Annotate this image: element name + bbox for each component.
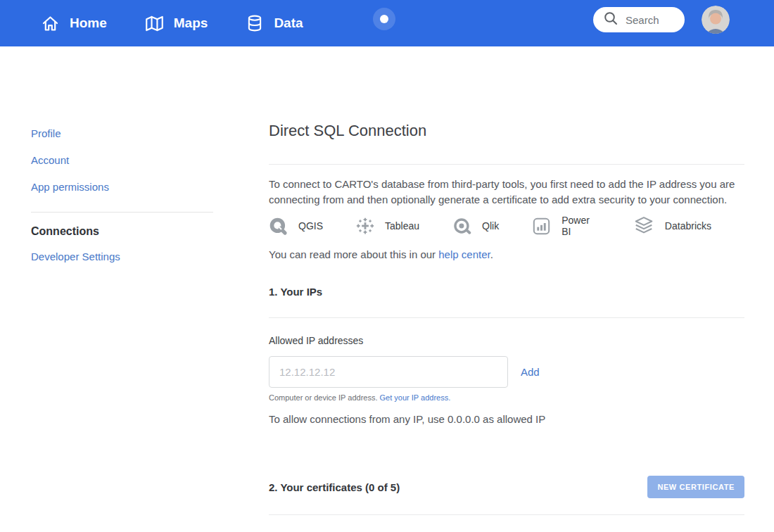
nav-item-label: Home xyxy=(70,15,107,31)
tool-qgis: QGIS xyxy=(269,217,323,236)
tool-qlik: Qlik xyxy=(452,217,499,236)
get-ip-link[interactable]: Get your IP address. xyxy=(380,393,451,402)
read-more-line: You can read more about this in our help… xyxy=(269,248,744,260)
ip-helper-text: Computer or device IP address. xyxy=(269,393,380,402)
sidebar-divider xyxy=(31,212,213,213)
maps-icon xyxy=(145,14,164,33)
ip-input-row: Add xyxy=(269,356,744,388)
divider xyxy=(269,317,744,318)
tool-label: QGIS xyxy=(298,220,323,232)
nav-item-data[interactable]: Data xyxy=(246,14,303,32)
read-more-suffix: . xyxy=(490,248,493,260)
qgis-icon xyxy=(269,217,288,236)
tool-label: Power BI xyxy=(562,215,600,237)
nav-item-label: Maps xyxy=(174,15,208,31)
sidebar: Profile Account App permissions Connecti… xyxy=(31,46,213,277)
sidebar-item-account[interactable]: Account xyxy=(31,154,213,167)
tableau-icon xyxy=(356,217,374,235)
intro-text: To connect to CARTO's database from thir… xyxy=(269,177,744,208)
divider xyxy=(269,514,744,515)
tool-tableau: Tableau xyxy=(356,217,419,235)
tool-label: Qlik xyxy=(482,220,499,232)
tool-databricks: Databricks xyxy=(633,215,711,236)
ip-address-input[interactable] xyxy=(269,356,508,388)
allowed-ip-label: Allowed IP addresses xyxy=(269,335,744,346)
read-more-prefix: You can read more about this in our xyxy=(269,248,438,260)
certificates-header: 2. Your certificates (0 of 5) NEW CERTIF… xyxy=(269,476,744,498)
tool-powerbi: Power BI xyxy=(532,215,600,237)
page-body: Profile Account App permissions Connecti… xyxy=(0,46,774,532)
search-icon xyxy=(602,10,619,30)
search-box[interactable] xyxy=(593,7,685,32)
qlik-icon xyxy=(452,217,471,236)
search-input[interactable] xyxy=(626,14,675,26)
supported-tools-row: QGIS xyxy=(269,213,744,239)
sidebar-item-profile[interactable]: Profile xyxy=(31,127,213,140)
new-certificate-button[interactable]: NEW CERTIFICATE xyxy=(647,476,744,498)
any-ip-note: To allow connections from any IP, use 0.… xyxy=(269,413,744,425)
databricks-icon xyxy=(633,215,654,236)
add-ip-button[interactable]: Add xyxy=(521,366,540,378)
page-title: Direct SQL Connection xyxy=(269,120,744,141)
nav-item-home[interactable]: Home xyxy=(41,14,107,33)
tool-label: Databricks xyxy=(665,220,711,232)
nav-item-maps[interactable]: Maps xyxy=(145,14,208,33)
top-nav: Home Maps Data xyxy=(0,0,774,46)
data-icon xyxy=(246,14,264,32)
ip-helper-line: Computer or device IP address. Get your … xyxy=(269,393,744,402)
certificates-heading: 2. Your certificates (0 of 5) xyxy=(269,481,400,493)
sidebar-item-developer-settings[interactable]: Developer Settings xyxy=(31,251,213,263)
tool-label: Tableau xyxy=(385,220,419,232)
sidebar-item-connections[interactable]: Connections xyxy=(31,224,213,239)
powerbi-icon xyxy=(532,217,551,236)
nav-item-label: Data xyxy=(274,15,303,31)
avatar[interactable] xyxy=(702,6,730,34)
help-center-link[interactable]: help center xyxy=(438,248,490,260)
divider xyxy=(269,164,744,165)
sidebar-item-app-permissions[interactable]: App permissions xyxy=(31,181,213,194)
notification-beacon[interactable] xyxy=(380,15,388,23)
ips-section-heading: 1. Your IPs xyxy=(269,286,744,298)
main-content: Direct SQL Connection To connect to CART… xyxy=(269,46,744,532)
home-icon xyxy=(41,14,60,33)
